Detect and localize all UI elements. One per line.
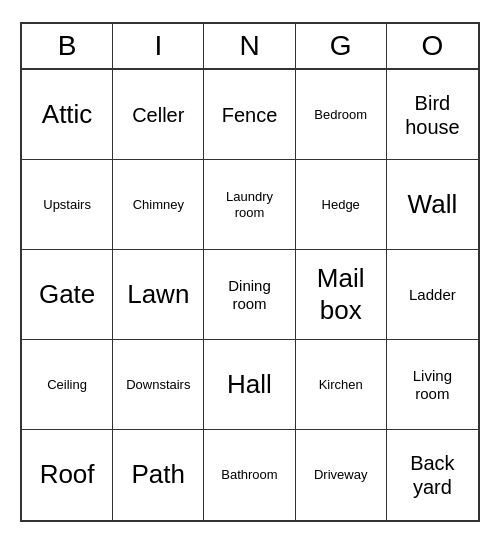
cell-r2-c1: Lawn [113,250,204,340]
cell-r3-c0: Ceiling [22,340,113,430]
cell-label: Upstairs [43,197,91,213]
cell-r3-c3: Kirchen [296,340,387,430]
cell-label: Fence [222,103,278,127]
cell-r2-c2: Diningroom [204,250,295,340]
cell-label: Chimney [133,197,184,213]
cell-label: Wall [408,189,458,220]
cell-r0-c4: Birdhouse [387,70,478,160]
cell-r4-c1: Path [113,430,204,520]
cell-r2-c3: Mailbox [296,250,387,340]
cell-r3-c1: Downstairs [113,340,204,430]
cell-label: Backyard [410,451,454,499]
cell-r1-c2: Laundryroom [204,160,295,250]
header-letter: B [22,24,113,68]
cell-label: Ladder [409,286,456,304]
cell-label: Lawn [127,279,189,310]
cell-r3-c2: Hall [204,340,295,430]
cell-label: Birdhouse [405,91,460,139]
bingo-grid: AtticCellerFenceBedroomBirdhouseUpstairs… [22,70,478,520]
cell-r4-c2: Bathroom [204,430,295,520]
cell-r4-c0: Roof [22,430,113,520]
cell-label: Bathroom [221,467,277,483]
cell-r3-c4: Livingroom [387,340,478,430]
header-letter: O [387,24,478,68]
cell-r4-c4: Backyard [387,430,478,520]
cell-r2-c0: Gate [22,250,113,340]
cell-label: Livingroom [413,367,452,403]
cell-label: Hedge [322,197,360,213]
cell-r0-c2: Fence [204,70,295,160]
bingo-header: BINGO [22,24,478,70]
cell-r1-c3: Hedge [296,160,387,250]
header-letter: G [296,24,387,68]
bingo-card: BINGO AtticCellerFenceBedroomBirdhouseUp… [20,22,480,522]
cell-label: Driveway [314,467,367,483]
cell-r2-c4: Ladder [387,250,478,340]
cell-r1-c0: Upstairs [22,160,113,250]
cell-label: Mailbox [317,263,365,325]
header-letter: I [113,24,204,68]
cell-label: Ceiling [47,377,87,393]
cell-label: Hall [227,369,272,400]
cell-label: Attic [42,99,93,130]
cell-r1-c1: Chimney [113,160,204,250]
cell-r0-c0: Attic [22,70,113,160]
cell-r0-c3: Bedroom [296,70,387,160]
cell-label: Laundryroom [226,189,273,220]
cell-label: Roof [40,459,95,490]
cell-label: Celler [132,103,184,127]
cell-r1-c4: Wall [387,160,478,250]
cell-r4-c3: Driveway [296,430,387,520]
cell-label: Downstairs [126,377,190,393]
cell-label: Bedroom [314,107,367,123]
cell-label: Diningroom [228,277,271,313]
header-letter: N [204,24,295,68]
cell-label: Path [132,459,186,490]
cell-label: Kirchen [319,377,363,393]
cell-r0-c1: Celler [113,70,204,160]
cell-label: Gate [39,279,95,310]
